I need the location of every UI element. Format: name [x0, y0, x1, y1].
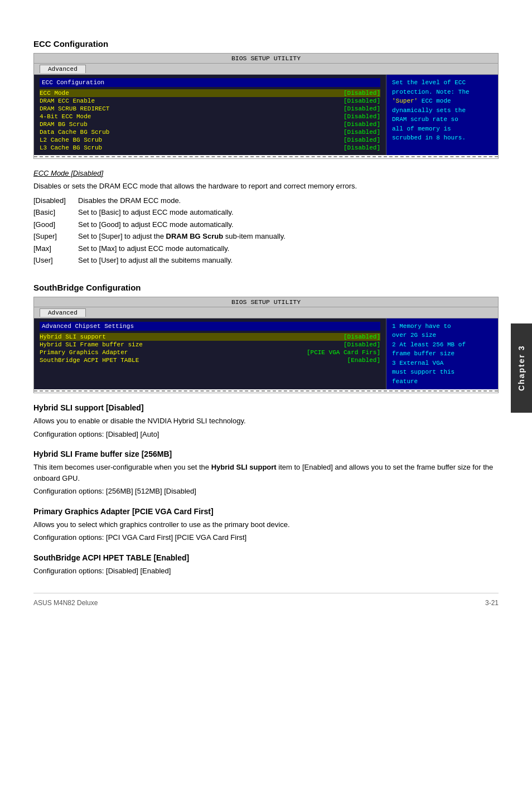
- bios-item-name: DRAM ECC Enable: [40, 98, 95, 104]
- bios-item-name: Hybrid SLI support: [40, 334, 106, 340]
- bios-item[interactable]: ECC Mode[Disabled]: [40, 89, 380, 97]
- chapter-label: Chapter 3: [517, 345, 526, 392]
- southbridge-bios-box: BIOS SETUP UTILITY Advanced Advanced Chi…: [33, 297, 499, 394]
- footer-right: 3-21: [485, 599, 499, 607]
- bios-item-name: L2 Cache BG Scrub: [40, 137, 102, 143]
- sb-bios-items: Hybrid SLI support[Disabled]Hybrid SLI F…: [40, 333, 380, 364]
- option-val: Set to [Basic] to adjust ECC mode automa…: [78, 207, 234, 218]
- sb-bios-header: BIOS SETUP UTILITY: [34, 297, 498, 307]
- bios-item: Data Cache BG Scrub[Disabled]: [40, 128, 380, 136]
- option-key: [Disabled]: [33, 195, 78, 206]
- footer: ASUS M4N82 Deluxe 3-21: [33, 599, 499, 607]
- bios-item-name: ECC Mode: [40, 90, 69, 96]
- option-key: [User]: [33, 255, 78, 266]
- sb-bios-separator: [34, 390, 498, 392]
- ecc-bios-tab-row: Advanced: [34, 64, 498, 75]
- bios-item-name: L3 Cache BG Scrub: [40, 144, 102, 151]
- bios-item: L2 Cache BG Scrub[Disabled]: [40, 136, 380, 144]
- option-row: [Basic]Set to [Basic] to adjust ECC mode…: [33, 207, 499, 218]
- option-val: Set to [Good] to adjust ECC mode automat…: [78, 219, 234, 230]
- option-val: Set to [Super] to adjust the DRAM BG Scr…: [78, 231, 286, 242]
- bios-item: DRAM SCRUB REDIRECT[Disabled]: [40, 105, 380, 113]
- primary-graphics-config: Configuration options: [PCI VGA Card Fir…: [33, 532, 499, 543]
- bios-item-value: [Disabled]: [344, 341, 380, 348]
- sb-bios-tab-row: Advanced: [34, 307, 498, 318]
- primary-graphics-desc: Allows you to select which graphics cont…: [33, 519, 499, 530]
- option-key: [Good]: [33, 219, 78, 230]
- page-divider: [33, 593, 499, 593]
- sb-bios-left: Advanced Chipset Settings Hybrid SLI sup…: [34, 318, 386, 390]
- bios-item[interactable]: Hybrid SLI support[Disabled]: [40, 333, 380, 341]
- bios-item-value: [Disabled]: [344, 334, 380, 340]
- ecc-bios-left: ECC Configuration ECC Mode[Disabled] DRA…: [34, 75, 386, 155]
- option-val: Disables the DRAM ECC mode.: [78, 195, 181, 206]
- option-val: Set to [User] to adjust all the subitems…: [78, 255, 233, 266]
- hybrid-sli-support-heading: Hybrid SLI support [Disabled]: [33, 403, 499, 412]
- option-row: [Super]Set to [Super] to adjust the DRAM…: [33, 231, 499, 242]
- primary-graphics-heading: Primary Graphics Adapter [PCIE VGA Card …: [33, 507, 499, 516]
- option-row: [Disabled]Disables the DRAM ECC mode.: [33, 195, 499, 206]
- ecc-bios-right-text: Set the level of ECCprotection. Note: Th…: [392, 78, 492, 143]
- ecc-mode-desc: Disables or sets the DRAM ECC mode that …: [33, 181, 499, 192]
- bios-item-value: [Disabled]: [344, 105, 380, 112]
- option-row: [Max]Set to [Max] to adjust ECC mode aut…: [33, 243, 499, 254]
- bios-item-value: [Disabled]: [344, 98, 380, 104]
- hybrid-sli-frame-desc1: This item becomes user-configurable when…: [33, 463, 211, 471]
- option-row: [User]Set to [User] to adjust all the su…: [33, 255, 499, 266]
- sb-bios-section-label: Advanced Chipset Settings: [40, 322, 380, 331]
- bios-item: DRAM ECC Enable[Disabled]: [40, 97, 380, 105]
- ecc-bios-header: BIOS SETUP UTILITY: [34, 54, 498, 64]
- bios-item: L3 Cache BG Scrub[Disabled]: [40, 144, 380, 152]
- bios-item-name: Hybrid SLI Frame buffer size: [40, 341, 143, 348]
- hybrid-sli-support-desc: Allows you to enable or disable the NVID…: [33, 416, 499, 427]
- sb-advanced-tab[interactable]: Advanced: [40, 308, 86, 317]
- option-key: [Super]: [33, 231, 78, 242]
- bios-item-name: 4-Bit ECC Mode: [40, 113, 91, 120]
- ecc-bios-section-label: ECC Configuration: [40, 78, 380, 87]
- sb-bios-body: Advanced Chipset Settings Hybrid SLI sup…: [34, 318, 498, 390]
- southbridge-acpi-config: Configuration options: [Disabled] [Enabl…: [33, 566, 499, 577]
- ecc-advanced-tab[interactable]: Advanced: [40, 65, 86, 73]
- option-key: [Basic]: [33, 207, 78, 218]
- southbridge-section: SouthBridge Configuration BIOS SETUP UTI…: [33, 283, 499, 577]
- bios-item-value: [Enabled]: [347, 357, 380, 364]
- option-val: Set to [Max] to adjust ECC mode automati…: [78, 243, 229, 254]
- hybrid-sli-support-config: Configuration options: [Disabled] [Auto]: [33, 429, 499, 440]
- bios-item-name: SouthBridge ACPI HPET TABLE: [40, 357, 139, 364]
- footer-left: ASUS M4N82 Deluxe: [33, 599, 98, 607]
- ecc-options-table: [Disabled]Disables the DRAM ECC mode.[Ba…: [33, 195, 499, 266]
- hybrid-sli-frame-desc: This item becomes user-configurable when…: [33, 462, 499, 484]
- option-key: [Max]: [33, 243, 78, 254]
- bios-item-value: [Disabled]: [344, 90, 380, 96]
- hybrid-sli-frame-heading: Hybrid SLI Frame buffer size [256MB]: [33, 450, 499, 458]
- bios-item-value: [PCIE VGA Card Firs]: [307, 349, 380, 356]
- ecc-bios-body: ECC Configuration ECC Mode[Disabled] DRA…: [34, 75, 498, 155]
- ecc-bios-items: ECC Mode[Disabled] DRAM ECC Enable[Disab…: [40, 89, 380, 152]
- ecc-bios-right: Set the level of ECCprotection. Note: Th…: [386, 75, 498, 155]
- bios-item-name: DRAM SCRUB REDIRECT: [40, 105, 109, 112]
- ecc-mode-heading: ECC Mode [Disabled]: [33, 169, 499, 177]
- bios-item-name: Primary Graphics Adapter: [40, 349, 128, 356]
- ecc-section-title: ECC Configuration: [33, 39, 499, 49]
- bios-item: Primary Graphics Adapter[PCIE VGA Card F…: [40, 349, 380, 356]
- ecc-bios-box: BIOS SETUP UTILITY Advanced ECC Configur…: [33, 53, 499, 159]
- bios-item: Hybrid SLI Frame buffer size[Disabled]: [40, 341, 380, 349]
- bios-item: DRAM BG Scrub[Disabled]: [40, 120, 380, 128]
- ecc-bios-separator: [34, 156, 498, 157]
- bios-item-value: [Disabled]: [344, 121, 380, 128]
- southbridge-acpi-heading: SouthBridge ACPI HPET TABLE [Enabled]: [33, 553, 499, 562]
- ecc-configuration-section: ECC Configuration BIOS SETUP UTILITY Adv…: [33, 39, 499, 266]
- bios-item-name: DRAM BG Scrub: [40, 121, 88, 128]
- hybrid-sli-frame-bold: Hybrid SLI support: [211, 463, 277, 471]
- bios-item: 4-Bit ECC Mode[Disabled]: [40, 113, 380, 120]
- bios-item: SouthBridge ACPI HPET TABLE[Enabled]: [40, 356, 380, 364]
- hybrid-sli-frame-config: Configuration options: [256MB] [512MB] […: [33, 486, 499, 497]
- sb-bios-right: 1 Memory have to over 2G size2 At least …: [386, 318, 498, 390]
- southbridge-section-title: SouthBridge Configuration: [33, 283, 499, 292]
- bios-item-value: [Disabled]: [344, 137, 380, 143]
- chapter-sidebar: Chapter 3: [511, 323, 532, 413]
- option-row: [Good]Set to [Good] to adjust ECC mode a…: [33, 219, 499, 230]
- bios-item-value: [Disabled]: [344, 144, 380, 151]
- bios-item-value: [Disabled]: [344, 129, 380, 136]
- sb-bios-right-text: 1 Memory have to over 2G size2 At least …: [392, 322, 492, 386]
